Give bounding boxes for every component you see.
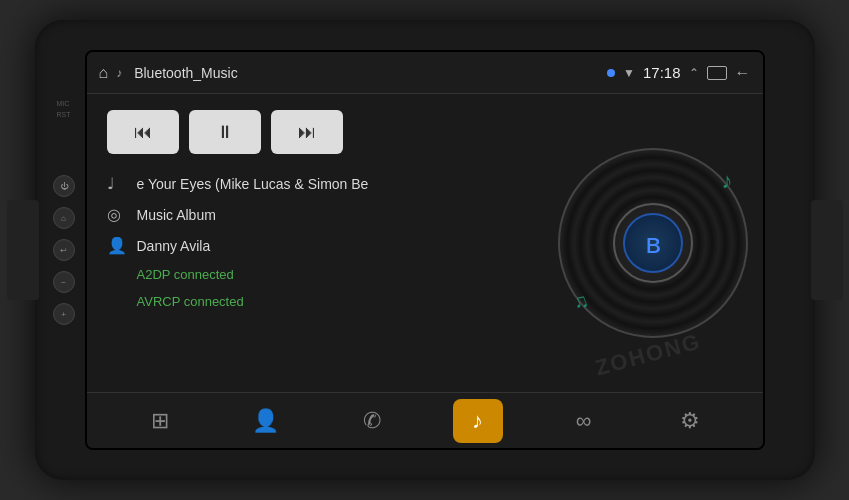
main-content: ⏮ ⏸ ⏭ ♩ e Your Eyes (Mike Lucas & Simon … [87,94,763,392]
a2dp-row: A2DP connected [107,267,523,282]
speaker-icon: ♪ [116,66,122,80]
side-labels: MIC RST [57,100,71,118]
album-name: Music Album [137,207,216,223]
artist-name: Danny Avila [137,238,211,254]
home-side-button[interactable]: ⌂ [53,207,75,229]
nav-music[interactable]: ♪ [453,399,503,443]
playback-controls: ⏮ ⏸ ⏭ [107,110,523,154]
car-unit: MIC RST ⏻ ⌂ ↩ − + ⌂ ♪ Bluetooth_Music ▼ … [35,20,815,480]
back-icon[interactable]: ← [735,64,751,82]
music-note-decoration-1: ♪ [722,168,733,194]
signal-icon: ▼ [623,66,635,80]
screen: ⌂ ♪ Bluetooth_Music ▼ 17:18 ⌃ ← ⏮ ⏸ ⏭ [85,50,765,450]
track-info: ♩ e Your Eyes (Mike Lucas & Simon Be ◎ M… [107,174,523,309]
bluetooth-indicator [607,69,615,77]
nav-apps[interactable]: ⊞ [135,399,185,443]
rst-label: RST [57,111,71,118]
vol-down-button[interactable]: − [53,271,75,293]
nav-phone[interactable]: ✆ [347,399,397,443]
artist-row: 👤 Danny Avila [107,236,523,255]
a2dp-status: A2DP connected [137,267,234,282]
nav-settings[interactable]: ⚙ [665,399,715,443]
mic-label: MIC [57,100,71,107]
back-side-button[interactable]: ↩ [53,239,75,261]
side-buttons: ⏻ ⌂ ↩ − + [53,175,75,325]
bluetooth-symbol: ʙ [645,227,661,260]
home-icon[interactable]: ⌂ [99,64,109,82]
avrcp-row: AVRCP connected [107,294,523,309]
ear-left [7,200,39,300]
right-panel: ʙ ♪ ♫ [543,94,763,392]
status-title: Bluetooth_Music [134,65,599,81]
song-row: ♩ e Your Eyes (Mike Lucas & Simon Be [107,174,523,193]
window-icon[interactable] [707,66,727,80]
next-button[interactable]: ⏭ [271,110,343,154]
album-row: ◎ Music Album [107,205,523,224]
play-pause-button[interactable]: ⏸ [189,110,261,154]
bluetooth-circle: ʙ [623,213,683,273]
music-note-icon: ♩ [107,174,127,193]
nav-link[interactable]: ∞ [559,399,609,443]
bottom-nav: ⊞ 👤 ✆ ♪ ∞ ⚙ [87,392,763,448]
expand-icon[interactable]: ⌃ [689,66,699,80]
clock: 17:18 [643,64,681,81]
status-right-group: ▼ 17:18 ⌃ ← [607,64,750,82]
avrcp-status: AVRCP connected [137,294,244,309]
vol-up-button[interactable]: + [53,303,75,325]
power-button[interactable]: ⏻ [53,175,75,197]
song-title: e Your Eyes (Mike Lucas & Simon Be [137,176,369,192]
prev-button[interactable]: ⏮ [107,110,179,154]
vinyl-center: ʙ [613,203,693,283]
ear-right [811,200,843,300]
status-bar: ⌂ ♪ Bluetooth_Music ▼ 17:18 ⌃ ← [87,52,763,94]
left-panel: ⏮ ⏸ ⏭ ♩ e Your Eyes (Mike Lucas & Simon … [87,94,543,392]
nav-contacts[interactable]: 👤 [241,399,291,443]
person-icon: 👤 [107,236,127,255]
vinyl-container: ʙ ♪ ♫ [558,148,748,338]
album-icon: ◎ [107,205,127,224]
